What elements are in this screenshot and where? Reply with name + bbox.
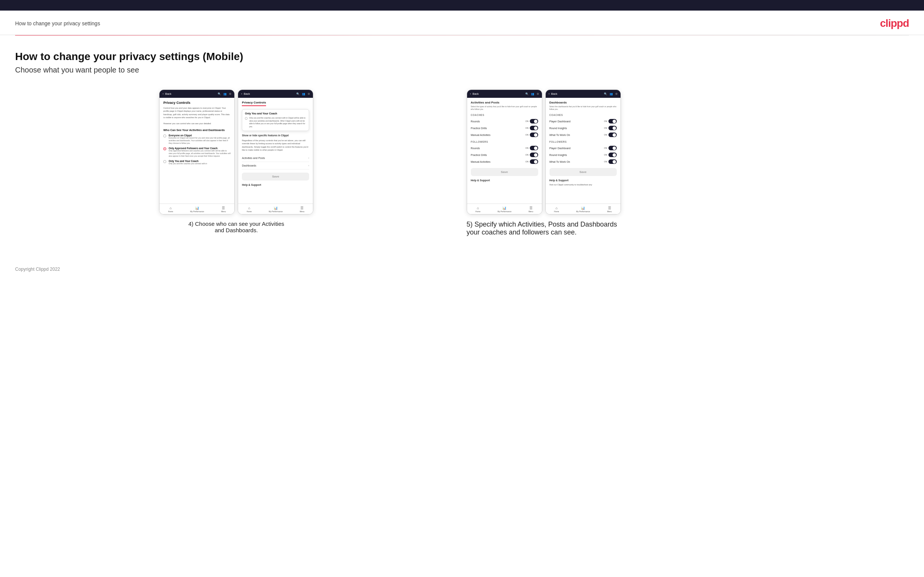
nav-menu-2[interactable]: ☰ Menu	[300, 206, 305, 213]
drills-coaches-toggle[interactable]	[530, 126, 538, 130]
settings-icon-2[interactable]: ⚙	[308, 92, 310, 95]
drills-followers-toggle[interactable]	[530, 153, 538, 157]
save-btn-3[interactable]: Save	[471, 168, 538, 176]
copyright: Copyright Clippd 2022	[0, 259, 924, 279]
save-btn-4[interactable]: Save	[549, 168, 617, 176]
feature-activities[interactable]: Activities and Posts ›	[242, 155, 309, 162]
page-title: How to change your privacy settings (Mob…	[15, 51, 909, 63]
rounds-followers-state: ON	[525, 147, 528, 149]
home-icon-1: ⌂	[170, 206, 171, 210]
manual-coaches-state: ON	[525, 134, 528, 136]
home-label-4: Home	[554, 210, 559, 213]
menu-icon-3: ☰	[530, 206, 533, 210]
performance-icon-3: 📊	[502, 206, 506, 210]
player-dash-followers-toggle[interactable]	[609, 146, 617, 150]
settings-icon-4[interactable]: ⚙	[615, 92, 617, 95]
performance-label-3: My Performance	[498, 210, 512, 213]
feature-dashboards[interactable]: Dashboards ›	[242, 162, 309, 169]
back-arrow-2: ‹	[241, 92, 242, 95]
manual-coaches-toggle[interactable]	[530, 132, 538, 137]
performance-label-4: My Performance	[576, 210, 590, 213]
toggle-manual-coaches: Manual Activities ON	[471, 131, 538, 138]
back-nav-4[interactable]: ‹ Back	[549, 92, 557, 95]
back-nav-3[interactable]: ‹ Back	[470, 92, 479, 95]
radio-group-1: Everyone on Clippd Everyone on Clippd ca…	[163, 134, 231, 165]
nav-performance-2[interactable]: 📊 My Performance	[269, 206, 283, 213]
search-icon-4[interactable]: 🔍	[604, 92, 607, 95]
mock-body-2: Privacy Controls Only You and Your Coach…	[238, 98, 313, 203]
drills-coaches-label: Practice Drills	[471, 127, 487, 129]
person-icon-3[interactable]: 👥	[531, 92, 535, 95]
search-icon-2[interactable]: 🔍	[296, 92, 300, 95]
main-content: How to change your privacy settings (Mob…	[0, 35, 924, 259]
work-on-followers-toggle[interactable]	[609, 160, 617, 164]
header-icons-1: 🔍 👥 ⚙	[218, 92, 231, 95]
back-arrow-3: ‹	[470, 92, 471, 95]
privacy-tab-2[interactable]: Privacy Controls	[242, 101, 266, 106]
search-icon-3[interactable]: 🔍	[525, 92, 529, 95]
toggle-work-on-coaches: What To Work On ON	[549, 131, 617, 138]
manual-followers-state: ON	[525, 161, 528, 163]
performance-label-2: My Performance	[269, 210, 283, 213]
player-dash-followers-label: Player Dashboard	[549, 147, 571, 150]
nav-home-1[interactable]: ⌂ Home	[168, 206, 173, 213]
search-icon-1[interactable]: 🔍	[218, 92, 221, 95]
round-insights-coaches-label: Round Insights	[549, 127, 567, 129]
help-label-3: Help & Support	[471, 179, 538, 182]
header: How to change your privacy settings clip…	[0, 11, 924, 35]
round-insights-followers-toggle[interactable]	[609, 153, 617, 157]
round-insights-coaches-toggle[interactable]	[609, 126, 617, 130]
manual-followers-toggle[interactable]	[530, 160, 538, 164]
round-insights-followers-state: ON	[604, 154, 607, 156]
caption-left: 4) Choose who can see your Activities an…	[183, 221, 289, 234]
radio-circle-everyone	[163, 134, 166, 137]
radio-everyone[interactable]: Everyone on Clippd Everyone on Clippd ca…	[163, 134, 231, 145]
settings-icon-1[interactable]: ⚙	[229, 92, 231, 95]
show-hide-desc: Regardless of the privacy controls that …	[242, 139, 309, 152]
radio-approved[interactable]: Only Approved Followers and Your Coach O…	[163, 147, 231, 158]
mock-body-3: Activities and Posts Select the types of…	[467, 98, 542, 203]
nav-home-4[interactable]: ⌂ Home	[554, 206, 559, 213]
save-btn-2[interactable]: Save	[242, 172, 309, 181]
radio-you-coach[interactable]: Only You and Your Coach Only you and the…	[163, 160, 231, 165]
performance-icon-4: 📊	[581, 206, 585, 210]
person-icon-4[interactable]: 👥	[610, 92, 613, 95]
mock-body-4: Dashboards Select the dashboards that yo…	[546, 98, 620, 203]
popup-title: Only You and Your Coach	[245, 112, 306, 115]
player-dash-coaches-toggle[interactable]	[609, 119, 617, 124]
section-left: ‹ Back 🔍 👥 ⚙ Privacy Controls Control ho…	[15, 90, 458, 234]
nav-performance-3[interactable]: 📊 My Performance	[498, 206, 512, 213]
toggle-rounds-followers: Rounds ON	[471, 145, 538, 152]
nav-menu-1[interactable]: ☰ Menu	[221, 206, 226, 213]
nav-home-3[interactable]: ⌂ Home	[475, 206, 480, 213]
nav-menu-4[interactable]: ☰ Menu	[607, 206, 612, 213]
mockup-screen2: ‹ Back 🔍 👥 ⚙ Privacy Controls Only You a…	[238, 90, 313, 214]
back-nav-1[interactable]: ‹ Back	[163, 92, 171, 95]
home-icon-4: ⌂	[556, 206, 557, 210]
radio-text-you-coach: Only You and Your Coach Only you and the…	[168, 160, 207, 165]
back-arrow-4: ‹	[549, 92, 550, 95]
mockup-screen1: ‹ Back 🔍 👥 ⚙ Privacy Controls Control ho…	[159, 90, 235, 214]
work-on-coaches-label: What To Work On	[549, 134, 570, 136]
rounds-followers-toggle[interactable]	[530, 146, 538, 150]
rounds-coaches-state: ON	[525, 120, 528, 122]
toggle-manual-followers: Manual Activities ON	[471, 158, 538, 165]
rounds-coaches-toggle[interactable]	[530, 119, 538, 124]
person-icon-2[interactable]: 👥	[302, 92, 305, 95]
work-on-followers-state: ON	[604, 161, 607, 163]
radio-text-approved: Only Approved Followers and Your Coach O…	[168, 147, 231, 158]
menu-label-4: Menu	[607, 210, 612, 213]
manual-coaches-label: Manual Activities	[471, 134, 491, 136]
toggle-rounds-coaches: Rounds ON	[471, 118, 538, 125]
settings-icon-3[interactable]: ⚙	[536, 92, 539, 95]
nav-menu-3[interactable]: ☰ Menu	[528, 206, 533, 213]
work-on-coaches-toggle[interactable]	[609, 132, 617, 137]
person-icon-1[interactable]: 👥	[223, 92, 227, 95]
nav-performance-1[interactable]: 📊 My Performance	[190, 206, 204, 213]
toggle-drills-coaches: Practice Drills ON	[471, 125, 538, 131]
back-nav-2[interactable]: ‹ Back	[241, 92, 250, 95]
nav-home-2[interactable]: ⌂ Home	[247, 206, 252, 213]
help-label-2: Help & Support	[242, 184, 309, 186]
popup-text: Only you and the coaches you connect wit…	[249, 117, 306, 128]
nav-performance-4[interactable]: 📊 My Performance	[576, 206, 590, 213]
